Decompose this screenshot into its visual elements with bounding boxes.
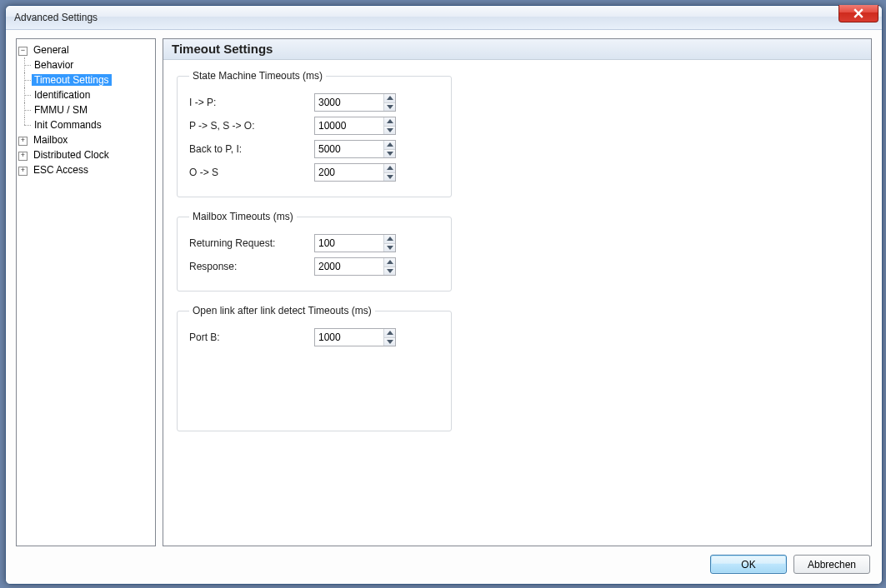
- input-i-to-p[interactable]: [315, 94, 383, 111]
- client-area: −General Behavior Timeout Settings Ident…: [6, 30, 882, 584]
- expand-toggle-dc[interactable]: +: [18, 152, 28, 161]
- expand-toggle-esc[interactable]: +: [18, 167, 28, 176]
- expand-toggle-mailbox[interactable]: +: [18, 137, 28, 146]
- row-o-to-s: O -> S: [189, 163, 439, 182]
- spinner-p-s-s-o: [314, 117, 396, 135]
- spin-down[interactable]: [384, 244, 395, 252]
- group1-legend: State Machine Timeouts (ms): [189, 70, 326, 82]
- row-i-to-p: I -> P:: [189, 93, 439, 112]
- group2-legend: Mailbox Timeouts (ms): [189, 211, 297, 222]
- group-mailbox-timeouts: Mailbox Timeouts (ms) Returning Request:: [177, 211, 452, 292]
- spin-down[interactable]: [384, 150, 395, 158]
- spin-btns: [383, 117, 395, 134]
- spin-btns: [383, 258, 395, 275]
- dialog-button-row: OK Abbrechen: [16, 546, 872, 576]
- cancel-button[interactable]: Abbrechen: [793, 555, 870, 574]
- label-port-b: Port B:: [189, 331, 314, 343]
- tree-item-distributed-clock[interactable]: Distributed Clock: [31, 149, 112, 161]
- spinner-o-to-s: [314, 163, 396, 182]
- content-pane: Timeout Settings State Machine Timeouts …: [163, 38, 872, 546]
- spin-btns: [383, 235, 395, 252]
- nav-tree: −General Behavior Timeout Settings Ident…: [16, 38, 156, 546]
- ok-button[interactable]: OK: [710, 555, 787, 574]
- spinner-i-to-p: [314, 93, 396, 112]
- row-back-to-p-i: Back to P, I:: [189, 140, 439, 158]
- input-port-b[interactable]: [315, 329, 383, 346]
- spinner-port-b: [314, 328, 396, 346]
- tree-item-identification[interactable]: Identification: [32, 89, 93, 101]
- window-title: Advanced Settings: [14, 12, 98, 23]
- row-returning-request: Returning Request:: [189, 234, 439, 252]
- spinner-returning-request: [314, 234, 396, 252]
- label-p-s-s-o: P -> S, S -> O:: [189, 120, 314, 132]
- input-o-to-s[interactable]: [315, 164, 383, 181]
- row-port-b: Port B:: [189, 328, 439, 346]
- spin-down[interactable]: [384, 338, 395, 346]
- tree-item-general[interactable]: General: [31, 44, 72, 56]
- page-title: Timeout Settings: [163, 39, 871, 60]
- content-body: State Machine Timeouts (ms) I -> P:: [163, 60, 871, 455]
- spin-up[interactable]: [384, 258, 395, 267]
- spin-up[interactable]: [384, 141, 395, 150]
- dialog-window: Advanced Settings −General Behavior Time…: [5, 5, 883, 585]
- tree-item-timeout-settings[interactable]: Timeout Settings: [32, 74, 112, 86]
- spinner-back-to-p-i: [314, 140, 396, 158]
- spin-down[interactable]: [384, 267, 395, 276]
- spin-up[interactable]: [384, 117, 395, 127]
- titlebar: Advanced Settings: [6, 6, 882, 30]
- close-button[interactable]: [838, 5, 878, 22]
- tree-item-init-commands[interactable]: Init Commands: [32, 119, 104, 131]
- label-i-to-p: I -> P:: [189, 97, 314, 108]
- tree-item-mailbox[interactable]: Mailbox: [31, 134, 70, 146]
- group3-legend: Open link after link detect Timeouts (ms…: [189, 305, 375, 316]
- input-p-s-s-o[interactable]: [315, 117, 383, 134]
- spin-up[interactable]: [384, 329, 395, 338]
- row-p-s-s-o: P -> S, S -> O:: [189, 117, 439, 135]
- group-open-link-timeouts: Open link after link detect Timeouts (ms…: [177, 305, 452, 431]
- input-response[interactable]: [315, 258, 383, 275]
- input-returning-request[interactable]: [315, 235, 383, 252]
- spinner-response: [314, 257, 396, 276]
- tree-item-behavior[interactable]: Behavior: [32, 59, 76, 71]
- row-response: Response:: [189, 257, 439, 276]
- close-icon: [853, 8, 863, 18]
- panes: −General Behavior Timeout Settings Ident…: [16, 38, 872, 546]
- spin-down[interactable]: [384, 127, 395, 135]
- spin-down[interactable]: [384, 173, 395, 182]
- spin-btns: [383, 164, 395, 181]
- label-back-to-p-i: Back to P, I:: [189, 143, 314, 155]
- label-o-to-s: O -> S: [189, 167, 314, 178]
- input-back-to-p-i[interactable]: [315, 141, 383, 157]
- spin-btns: [383, 141, 395, 157]
- tree-item-fmmu-sm[interactable]: FMMU / SM: [32, 104, 90, 116]
- label-response: Response:: [189, 261, 314, 272]
- expand-toggle-general[interactable]: −: [18, 47, 28, 56]
- label-returning-request: Returning Request:: [189, 237, 314, 249]
- spin-up[interactable]: [384, 164, 395, 173]
- tree-item-esc-access[interactable]: ESC Access: [31, 164, 91, 176]
- spin-up[interactable]: [384, 235, 395, 244]
- spin-btns: [383, 94, 395, 111]
- spin-down[interactable]: [384, 103, 395, 112]
- group-state-machine-timeouts: State Machine Timeouts (ms) I -> P:: [177, 70, 452, 197]
- spin-up[interactable]: [384, 94, 395, 103]
- spin-btns: [383, 329, 395, 346]
